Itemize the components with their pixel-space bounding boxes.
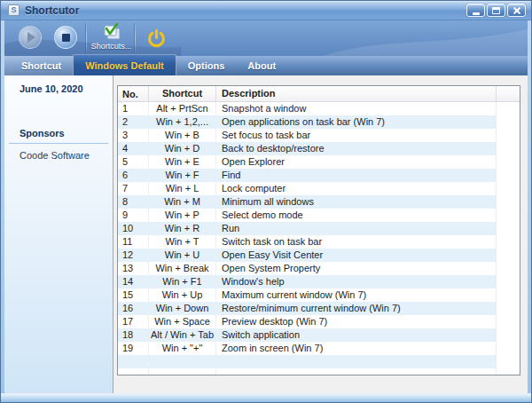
stop-button[interactable] bbox=[54, 26, 77, 49]
table-cell: Lock computer bbox=[215, 182, 496, 195]
table-cell bbox=[215, 355, 496, 368]
close-button[interactable] bbox=[507, 4, 526, 17]
table-cell: Win + B bbox=[148, 129, 215, 142]
sponsors-heading: Sponsors bbox=[20, 128, 113, 138]
table-row[interactable]: 11Win + TSwitch task on task bar bbox=[118, 235, 520, 249]
table-cell: 17 bbox=[118, 315, 148, 328]
tab-about[interactable]: About bbox=[236, 56, 287, 75]
table-row[interactable]: 16Win + DownRestore/minimum current wind… bbox=[118, 302, 520, 315]
table-cell bbox=[496, 102, 520, 115]
power-button[interactable] bbox=[141, 20, 171, 56]
table-cell bbox=[496, 328, 520, 342]
table-cell: Win + 1,2,... bbox=[148, 115, 215, 129]
table-row[interactable]: 15Win + UpMaximum current window (Win 7) bbox=[118, 288, 520, 302]
table-cell: Switch application bbox=[215, 328, 496, 342]
table-cell bbox=[148, 368, 215, 375]
table-cell: Win + L bbox=[148, 182, 215, 195]
table-row[interactable] bbox=[118, 355, 520, 368]
table-cell bbox=[496, 355, 520, 368]
table-cell bbox=[496, 169, 520, 182]
table-cell: 6 bbox=[118, 169, 148, 182]
table-cell bbox=[496, 262, 520, 275]
sponsor-link[interactable]: Coode Software bbox=[20, 150, 113, 161]
table-row[interactable]: 8Win + MMinimum all windows bbox=[118, 195, 520, 209]
play-icon bbox=[27, 32, 35, 43]
table-row[interactable]: 14Win + F1Window's help bbox=[118, 275, 520, 288]
table-row[interactable]: 4Win + DBack to desktop/restore bbox=[118, 142, 520, 155]
maximize-button[interactable] bbox=[487, 4, 505, 17]
table-cell: Win + T bbox=[148, 235, 215, 249]
table-row[interactable]: 18Alt / Win + TabSwitch application bbox=[118, 328, 520, 342]
table-row[interactable]: 2Win + 1,2,...Open applications on task … bbox=[118, 115, 520, 129]
table-row[interactable]: 19Win + "+"Zoom in screen (Win 7) bbox=[118, 342, 520, 355]
power-icon bbox=[146, 28, 167, 49]
table-cell: 13 bbox=[118, 262, 148, 275]
table-cell bbox=[496, 249, 520, 262]
column-header-no[interactable]: No. bbox=[118, 89, 148, 99]
tab-windows-default[interactable]: Windows Default bbox=[73, 54, 176, 75]
table-cell: Win + F1 bbox=[148, 275, 215, 288]
table-cell: Win + Space bbox=[148, 315, 215, 328]
table-row[interactable]: 5Win + EOpen Explorer bbox=[118, 155, 520, 169]
table-cell: Find bbox=[215, 169, 496, 182]
shortcuts-button[interactable]: Shortcuts... bbox=[90, 20, 132, 56]
minimize-icon bbox=[473, 12, 480, 15]
table-cell: 7 bbox=[118, 182, 148, 195]
table-cell: Win + Up bbox=[148, 288, 215, 302]
table-row[interactable]: 10Win + RRun bbox=[118, 222, 520, 235]
table-cell bbox=[496, 222, 520, 235]
table-cell bbox=[496, 315, 520, 328]
table-cell bbox=[496, 195, 520, 209]
table-cell bbox=[148, 355, 215, 368]
table-cell: Open applications on task bar (Win 7) bbox=[215, 115, 496, 129]
table-row[interactable]: 12Win + UOpen Easy Visit Center bbox=[118, 249, 520, 262]
table-cell: 9 bbox=[118, 209, 148, 222]
table-cell: 8 bbox=[118, 195, 148, 209]
table-cell bbox=[496, 342, 520, 355]
table-cell: 12 bbox=[118, 249, 148, 262]
content-area: June 10, 2020 Sponsors Coode Software No… bbox=[4, 75, 528, 395]
play-button[interactable] bbox=[19, 26, 42, 49]
tab-options[interactable]: Options bbox=[176, 56, 237, 75]
table-row[interactable]: 13Win + BreakOpen System Property bbox=[118, 262, 520, 275]
table-cell: 2 bbox=[118, 115, 148, 129]
table-row[interactable]: 6Win + FFind bbox=[118, 169, 520, 182]
table-row[interactable]: 17Win + SpacePreview desktop (Win 7) bbox=[118, 315, 520, 328]
table-cell bbox=[496, 302, 520, 315]
table-cell: Win + P bbox=[148, 209, 215, 222]
table-cell: 18 bbox=[118, 328, 148, 342]
table-row[interactable]: 9Win + PSelect demo mode bbox=[118, 209, 520, 222]
table-header: No. Shortcut Description bbox=[118, 86, 520, 102]
minimize-button[interactable] bbox=[466, 4, 485, 17]
toolbar-separator bbox=[135, 23, 136, 53]
table-row[interactable] bbox=[118, 368, 520, 375]
table-cell: Win + Down bbox=[148, 302, 215, 315]
table-cell bbox=[496, 209, 520, 222]
table-cell: Maximum current window (Win 7) bbox=[215, 288, 496, 302]
table-cell bbox=[496, 142, 520, 155]
shortcut-table-body: 1Alt + PrtScnSnapshot a window2Win + 1,2… bbox=[118, 102, 520, 375]
table-cell: 16 bbox=[118, 302, 148, 315]
table-cell bbox=[496, 182, 520, 195]
table-row[interactable]: 3Win + BSet focus to task bar bbox=[118, 129, 520, 142]
table-row[interactable]: 1Alt + PrtScnSnapshot a window bbox=[118, 102, 520, 115]
table-cell: Win + R bbox=[148, 222, 215, 235]
stop-icon bbox=[62, 34, 70, 42]
table-cell: Switch task on task bar bbox=[215, 235, 496, 249]
table-cell: Restore/minimum current window (Win 7) bbox=[215, 302, 496, 315]
table-cell bbox=[118, 355, 148, 368]
column-header-description[interactable]: Description bbox=[215, 86, 496, 101]
table-cell: 5 bbox=[118, 155, 148, 169]
app-window: S Shortcutor bbox=[0, 0, 532, 403]
table-cell: Open Explorer bbox=[215, 155, 496, 169]
table-cell: Win + M bbox=[148, 195, 215, 209]
table-cell bbox=[496, 129, 520, 142]
table-cell: 15 bbox=[118, 288, 148, 302]
tab-shortcut[interactable]: Shortcut bbox=[10, 56, 73, 75]
table-cell: Win + F bbox=[148, 169, 215, 182]
table-cell: 14 bbox=[118, 275, 148, 288]
table-row[interactable]: 7Win + LLock computer bbox=[118, 182, 520, 195]
column-header-shortcut[interactable]: Shortcut bbox=[148, 86, 215, 101]
table-cell: Win + D bbox=[148, 142, 215, 155]
table-cell bbox=[496, 288, 520, 302]
